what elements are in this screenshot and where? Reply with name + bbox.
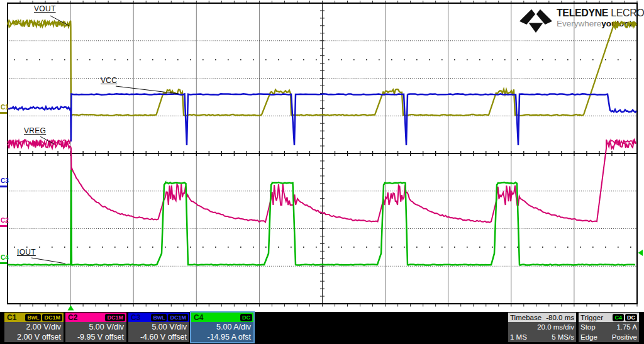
c3-offset-marker[interactable]: C3 (1, 178, 9, 184)
trace-c4-iout (8, 170, 635, 265)
c1-header: C1 BwL DC1M (4, 313, 64, 322)
trigger-descriptor[interactable]: Trigger C4 DC Stop 1.75 A Edge Positive (579, 313, 639, 342)
timebase-record-length: 1 MS (510, 333, 527, 343)
c2-header: C2 DC1M (65, 313, 126, 322)
label-vout: VOUT (34, 4, 56, 13)
c2-offset-dash[interactable] (0, 225, 7, 227)
c4-offset-dash[interactable] (0, 262, 7, 264)
trigger-settings: Stop 1.75 A Edge Positive (579, 322, 639, 342)
channel-descriptor-c1[interactable]: C1 BwL DC1M 2.00 V/div2.00 V offset (4, 313, 64, 342)
timebase-scale: 20.0 ms/div (510, 323, 574, 333)
trigger-time-marker (68, 306, 74, 311)
c1-offset-dash[interactable] (0, 112, 7, 114)
timebase-header: Timebase -80.0 ms (508, 313, 576, 322)
channel-descriptor-c3[interactable]: C3 BwL DC1M 5.00 V/div-4.60 V offset (128, 313, 189, 342)
c4-offset-marker[interactable]: C4 (1, 255, 9, 261)
label-vreg: VREG (24, 126, 46, 135)
c3-settings: 5.00 V/div-4.60 V offset (128, 322, 189, 342)
timebase-settings: 20.0 ms/div 1 MS 5 MS/s (508, 322, 576, 342)
trace-c2-vreg (8, 140, 636, 223)
c3-header: C3 BwL DC1M (128, 313, 189, 322)
brand-text: TELEDYNE LECROY (557, 8, 644, 19)
c2-offset-marker[interactable]: C2 (1, 218, 9, 224)
label-iout: IOUT (17, 248, 36, 257)
label-vcc: VCC (101, 76, 117, 85)
c2-coupling-badge: DC1M (105, 314, 125, 321)
trace-c3-vcc (8, 94, 636, 145)
trigger-source-badge: C4 (613, 314, 624, 321)
c3-offset-dash[interactable] (0, 186, 7, 187)
channel-descriptor-c2[interactable]: C2 DC1M 5.00 V/div-9.95 V offset (65, 313, 126, 342)
oscilloscope-screen: TELEDYNE LECROY Everywhereyoulook VOUT V… (0, 0, 644, 344)
channel-descriptor-c4[interactable]: C4 DC 5.00 A/div-14.95 A ofst (191, 313, 253, 342)
teledyne-lecroy-logo: TELEDYNE LECROY Everywhereyoulook (519, 8, 644, 34)
c4-settings: 5.00 A/div-14.95 A ofst (191, 322, 253, 342)
c3-bandwidth-badge: BwL (151, 314, 167, 321)
c1-coupling-badge: DC1M (42, 314, 62, 321)
c2-settings: 5.00 V/div-9.95 V offset (65, 322, 126, 342)
trigger-slope: Positive (612, 333, 637, 343)
c3-label: C3 (131, 313, 140, 322)
trigger-level: 1.75 A (616, 323, 637, 333)
trigger-coupling-badge: DC (625, 314, 637, 321)
brand-tagline: Everywhereyoulook (557, 19, 644, 28)
c2-label: C2 (68, 313, 77, 322)
c1-settings: 2.00 V/div2.00 V offset (4, 322, 64, 342)
c4-coupling-badge: DC (240, 314, 252, 321)
timebase-descriptor[interactable]: Timebase -80.0 ms 20.0 ms/div 1 MS 5 MS/… (508, 313, 576, 342)
timebase-offset: -80.0 ms (546, 314, 574, 321)
trigger-level-marker (638, 250, 643, 256)
c4-header: C4 DC (191, 313, 253, 322)
c1-label: C1 (7, 313, 16, 322)
trigger-title: Trigger (580, 314, 603, 321)
c4-label: C4 (194, 313, 203, 322)
c3-coupling-badge: DC1M (168, 314, 188, 321)
trace-c1-vout (8, 21, 636, 116)
teledyne-logo-icon (519, 8, 552, 34)
trigger-header: Trigger C4 DC (579, 313, 639, 322)
timebase-title: Timebase (510, 314, 541, 321)
c1-bandwidth-badge: BwL (25, 314, 41, 321)
trigger-type: Edge (580, 333, 597, 343)
timebase-sample-rate: 5 MS/s (552, 333, 574, 343)
c1-offset-marker[interactable]: C1 (1, 104, 9, 111)
trigger-mode: Stop (580, 323, 596, 333)
status-bar: C1 BwL DC1M 2.00 V/div2.00 V offset C2 D… (0, 312, 644, 344)
waveform-grid (0, 0, 644, 344)
